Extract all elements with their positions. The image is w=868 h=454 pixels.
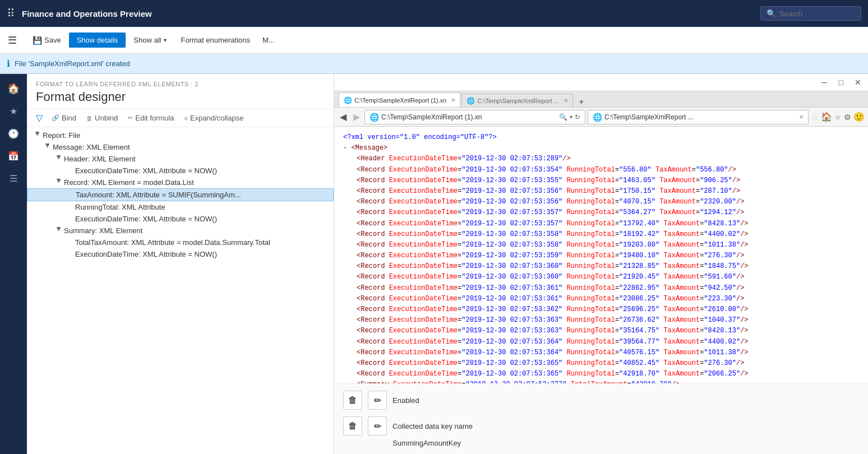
close-button[interactable]: ✕: [850, 76, 866, 89]
tree-item-runningtotal[interactable]: RunningTotal: XML Attribute: [27, 201, 334, 213]
format-title: Format designer: [36, 90, 325, 104]
address-bar[interactable]: 🌐 C:\Temp\SampleXmlReport (1).xn 🔍 ▾ ↻: [364, 110, 585, 124]
tree-label-taxamount: TaxAmount: XML Attribute = SUMIF(Summing…: [76, 191, 241, 199]
expand-icon: ≡: [184, 115, 188, 122]
tree-label-report: Report: File: [43, 131, 80, 140]
sidebar-item-home[interactable]: 🏠: [3, 78, 24, 99]
tree-arrow-message: ▶: [45, 143, 51, 151]
second-address-bar: 🌐 C:\Temp\SampleXmlReport ... ✕: [588, 110, 809, 124]
settings-icon[interactable]: ⚙: [844, 113, 851, 122]
tree-label-header: Header: XML Element: [64, 155, 135, 163]
address-search-icon[interactable]: 🔍: [559, 113, 567, 121]
edit-formula-button[interactable]: ✏ Edit formula: [123, 112, 178, 124]
second-close-icon[interactable]: ✕: [799, 114, 804, 120]
expand-collapse-button[interactable]: ≡ Expand/collapse: [180, 112, 248, 124]
tree-item-summary[interactable]: ▶ Summary: XML Element: [27, 225, 334, 237]
enabled-delete-button[interactable]: 🗑: [343, 391, 362, 410]
xml-content: <?xml version="1.0" encoding="UTF-8"?> -…: [334, 127, 868, 383]
hamburger-icon[interactable]: ☰: [4, 31, 20, 50]
sidebar-item-favorites[interactable]: ★: [3, 101, 24, 121]
sidebar-item-recent[interactable]: 🕐: [3, 123, 24, 143]
tab2-close-icon[interactable]: ✕: [564, 98, 568, 104]
tab2-ie-icon: 🌐: [467, 97, 475, 105]
maximize-button[interactable]: □: [833, 76, 849, 89]
enabled-label: Enabled: [393, 396, 419, 405]
collected-key-value: SummingAmountKey: [393, 439, 461, 447]
smiley-icon[interactable]: 🙂: [853, 112, 865, 122]
search-icon: 🔍: [767, 9, 776, 18]
tree-item-execdt-record[interactable]: ExecutionDateTime: XML Attribute = NOW(): [27, 213, 334, 225]
star-icon[interactable]: ☆: [811, 112, 819, 122]
bind-button[interactable]: 🔗 Bind: [47, 112, 81, 124]
app-grid-icon[interactable]: ⠿: [7, 7, 15, 20]
save-icon: 💾: [33, 36, 42, 45]
address-refresh-icon[interactable]: ↻: [575, 113, 580, 121]
tree-label-execdt-header: ExecutionDateTime: XML Attribute = NOW(): [75, 166, 217, 175]
tree-label-totaltax: TotalTaxAmount: XML Attribute = model.Da…: [75, 238, 270, 247]
browser-tab-2[interactable]: 🌐 C:\Temp\SampleXmlReport ... ✕: [461, 94, 573, 107]
tab1-close-icon[interactable]: ✕: [451, 97, 455, 103]
tab1-ie-icon: 🌐: [344, 96, 352, 104]
tree-item-header[interactable]: ▶ Header: XML Element: [27, 153, 334, 165]
link-icon: 🔗: [52, 114, 59, 122]
collected-key-label: Collected data key name: [393, 422, 473, 430]
show-all-button[interactable]: Show all ▾: [127, 33, 173, 48]
tab1-label: C:\Temp\SampleXmlReport (1).xn: [354, 97, 446, 104]
minimize-button[interactable]: ─: [816, 76, 832, 89]
info-icon: ℹ: [7, 58, 10, 69]
unbind-button[interactable]: 🗑 Unbind: [82, 112, 122, 124]
tree-label-summary: Summary: XML Element: [64, 226, 142, 235]
home-icon[interactable]: 🏠: [821, 112, 832, 122]
tree-item-report[interactable]: ▶ Report: File: [27, 129, 334, 141]
address-text: C:\Temp\SampleXmlReport (1).xn: [381, 113, 557, 121]
tree-label-record: Record: XML Element = model.Data.List: [64, 178, 194, 187]
sidebar-item-menu[interactable]: ☰: [3, 168, 24, 188]
address-dropdown-icon[interactable]: ▾: [570, 114, 572, 120]
new-tab-button[interactable]: +: [575, 97, 587, 107]
tree-label-message: Message: XML Element: [53, 143, 130, 151]
key-edit-button[interactable]: ✏: [368, 416, 387, 436]
sidebar-item-workspaces[interactable]: 📅: [3, 146, 24, 166]
tree-item-record[interactable]: ▶ Record: XML Element = model.Data.List: [27, 177, 334, 188]
second-ie-icon: 🌐: [593, 113, 602, 122]
enabled-edit-button[interactable]: ✏: [368, 391, 387, 410]
key-delete-button[interactable]: 🗑: [343, 416, 362, 436]
tree-item-totaltax[interactable]: TotalTaxAmount: XML Attribute = model.Da…: [27, 237, 334, 248]
more-button[interactable]: M...: [258, 33, 279, 48]
tab2-label: C:\Temp\SampleXmlReport ...: [477, 98, 559, 104]
tree-label-execdt-summary: ExecutionDateTime: XML Attribute = NOW(): [75, 250, 217, 258]
tree-item-execdt-summary[interactable]: ExecutionDateTime: XML Attribute = NOW(): [27, 248, 334, 260]
back-button[interactable]: ◀: [338, 110, 349, 123]
second-address-text: C:\Temp\SampleXmlReport ...: [604, 113, 797, 121]
chevron-down-icon: ▾: [164, 37, 167, 43]
favorites-icon[interactable]: ★: [834, 113, 842, 122]
tree-arrow-header: ▶: [56, 155, 62, 163]
unlink-icon: 🗑: [86, 115, 93, 122]
forward-button[interactable]: ▶: [351, 110, 362, 123]
format-sub-title: FORMAT TO LEARN DEFERRED XML ELEMENTS : …: [36, 81, 325, 87]
show-details-button[interactable]: Show details: [69, 33, 126, 48]
tree-container: ▶ Report: File ▶ Message: XML Element ▶ …: [27, 127, 334, 454]
tree-label-runningtotal: RunningTotal: XML Attribute: [75, 203, 165, 211]
pencil-icon: ✏: [128, 114, 133, 122]
app-title: Finance and Operations Preview: [22, 9, 754, 18]
info-message: File 'SampleXmlReport.xml' created: [15, 59, 130, 68]
search-input[interactable]: [779, 10, 847, 18]
tree-arrow-record: ▶: [56, 179, 62, 187]
tree-arrow-report: ▶: [35, 132, 41, 140]
filter-icon[interactable]: ▽: [36, 113, 43, 123]
address-ie-icon: 🌐: [370, 113, 379, 122]
tree-label-execdt-record: ExecutionDateTime: XML Attribute = NOW(): [75, 215, 217, 223]
save-button[interactable]: 💾 Save: [26, 33, 68, 48]
tree-item-taxamount[interactable]: TaxAmount: XML Attribute = SUMIF(Summing…: [27, 188, 334, 201]
tree-arrow-summary: ▶: [56, 227, 62, 235]
tree-item-execdt-header[interactable]: ExecutionDateTime: XML Attribute = NOW(): [27, 165, 334, 177]
browser-tab-1[interactable]: 🌐 C:\Temp\SampleXmlReport (1).xn ✕: [339, 92, 460, 107]
search-box: 🔍: [760, 6, 861, 21]
format-enumerations-button[interactable]: Format enumerations: [174, 33, 257, 48]
tree-item-message[interactable]: ▶ Message: XML Element: [27, 141, 334, 153]
